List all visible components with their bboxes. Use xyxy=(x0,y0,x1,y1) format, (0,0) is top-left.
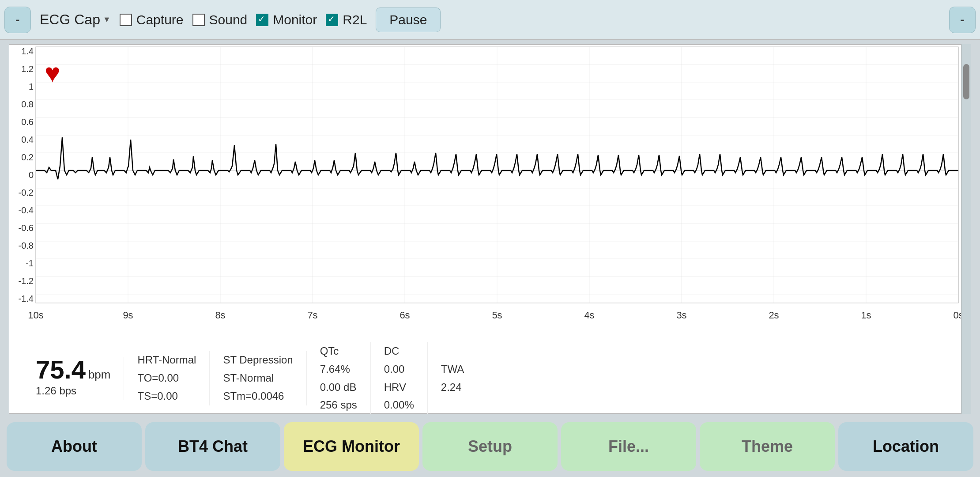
monitor-label: Monitor xyxy=(273,12,317,27)
twa-group: TWA 2.24 xyxy=(428,360,477,397)
svg-text:9s: 9s xyxy=(123,310,133,321)
svg-text:8s: 8s xyxy=(215,310,225,321)
minus-right-button[interactable]: - xyxy=(949,7,976,33)
tab-location[interactable]: Location xyxy=(838,422,973,471)
svg-text:5s: 5s xyxy=(492,310,502,321)
r2l-label: R2L xyxy=(343,12,367,27)
tab-file[interactable]: File... xyxy=(561,422,696,471)
r2l-item: R2L xyxy=(326,12,367,27)
twa-label: TWA xyxy=(441,360,464,379)
scrollbar[interactable] xyxy=(961,44,971,414)
ecg-svg: 1.4 1.2 1 0.8 0.6 0.4 0.2 0 -0.2 -0.4 -0… xyxy=(9,45,961,343)
dc-label: DC xyxy=(384,342,414,360)
svg-text:-0.2: -0.2 xyxy=(19,188,34,197)
svg-text:-0.6: -0.6 xyxy=(19,223,34,233)
dropdown-arrow-icon: ▼ xyxy=(103,15,111,24)
svg-text:1s: 1s xyxy=(861,310,871,321)
svg-text:0s: 0s xyxy=(953,310,961,321)
qtc-group: QTc 7.64% 0.00 dB 256 sps xyxy=(307,342,371,414)
svg-text:3s: 3s xyxy=(676,310,686,321)
capture-label: Capture xyxy=(136,12,184,27)
svg-text:1: 1 xyxy=(29,82,34,91)
r2l-checkbox[interactable] xyxy=(326,14,338,26)
svg-text:0.4: 0.4 xyxy=(21,135,34,144)
pause-button[interactable]: Pause xyxy=(376,8,441,32)
twa-val: 2.24 xyxy=(441,379,464,397)
bpm-value: 75.4 xyxy=(36,357,86,382)
qtc-sps: 256 sps xyxy=(320,396,357,414)
capture-item: Capture xyxy=(120,12,184,27)
st-group: ST Depression ST-Normal STm=0.0046 xyxy=(210,351,306,405)
dc-val: 0.00 xyxy=(384,360,414,379)
svg-text:1.4: 1.4 xyxy=(21,46,34,56)
tab-ecgmonitor[interactable]: ECG Monitor xyxy=(284,422,419,471)
bpm-group: 75.4 bpm 1.26 bps xyxy=(23,357,124,399)
svg-text:-1.4: -1.4 xyxy=(19,294,34,303)
sound-label: Sound xyxy=(209,12,248,27)
toolbar: - ECG Cap ▼ Capture Sound Monitor R2L Pa… xyxy=(0,0,980,40)
tab-setup[interactable]: Setup xyxy=(422,422,558,471)
monitor-item: Monitor xyxy=(256,12,317,27)
tab-about[interactable]: About xyxy=(7,422,142,471)
bpm-unit: bpm xyxy=(88,368,111,382)
hrv-val: 0.00% xyxy=(384,396,414,414)
tab-bt4chat[interactable]: BT4 Chat xyxy=(145,422,280,471)
svg-text:-1: -1 xyxy=(26,258,34,268)
svg-text:6s: 6s xyxy=(400,310,410,321)
bottom-tabs: About BT4 Chat ECG Monitor Setup File...… xyxy=(0,416,980,477)
svg-text:0.8: 0.8 xyxy=(21,99,34,109)
qtc-db: 0.00 dB xyxy=(320,379,357,397)
svg-text:-1.2: -1.2 xyxy=(19,276,34,286)
ts-label: TS=0.00 xyxy=(137,387,196,405)
svg-text:2s: 2s xyxy=(769,310,779,321)
hrv-label: HRV xyxy=(384,379,414,397)
svg-text:-0.8: -0.8 xyxy=(19,241,34,250)
sound-item: Sound xyxy=(192,12,248,27)
tab-theme[interactable]: Theme xyxy=(700,422,835,471)
svg-text:-0.4: -0.4 xyxy=(19,205,34,215)
bps-value: 1.26 bps xyxy=(36,382,110,399)
svg-text:0.2: 0.2 xyxy=(21,152,34,162)
hrt-label: HRT-Normal xyxy=(137,351,196,369)
svg-text:1.2: 1.2 xyxy=(21,64,34,74)
ecg-canvas-area: ♥ 1.4 1.2 1 0.8 0.6 0.4 xyxy=(9,45,961,343)
stm-label: STm=0.0046 xyxy=(223,387,293,405)
device-name-label: ECG Cap xyxy=(40,11,100,28)
st-norm-label: ST-Normal xyxy=(223,369,293,387)
st-dep-label: ST Depression xyxy=(223,351,293,369)
qtc-label: QTc xyxy=(320,342,357,360)
dc-group: DC 0.00 HRV 0.00% xyxy=(371,342,428,414)
chart-container: ♥ 1.4 1.2 1 0.8 0.6 0.4 xyxy=(9,44,961,414)
minus-left-button[interactable]: - xyxy=(4,7,31,33)
stats-area: 75.4 bpm 1.26 bps HRT-Normal TO=0.00 TS=… xyxy=(9,343,961,413)
to-label: TO=0.00 xyxy=(137,369,196,387)
sound-checkbox[interactable] xyxy=(192,14,205,26)
chart-area: ♥ 1.4 1.2 1 0.8 0.6 0.4 xyxy=(0,40,980,416)
svg-text:0: 0 xyxy=(29,170,34,180)
svg-text:10s: 10s xyxy=(28,310,43,321)
device-selector[interactable]: ECG Cap ▼ xyxy=(40,11,111,28)
qtc-val: 7.64% xyxy=(320,360,357,379)
svg-text:0.6: 0.6 xyxy=(21,117,34,127)
capture-checkbox[interactable] xyxy=(120,14,132,26)
monitor-checkbox[interactable] xyxy=(256,14,268,26)
svg-text:7s: 7s xyxy=(307,310,317,321)
hrt-group: HRT-Normal TO=0.00 TS=0.00 xyxy=(124,351,210,405)
svg-text:4s: 4s xyxy=(584,310,594,321)
heart-icon: ♥ xyxy=(45,58,60,88)
